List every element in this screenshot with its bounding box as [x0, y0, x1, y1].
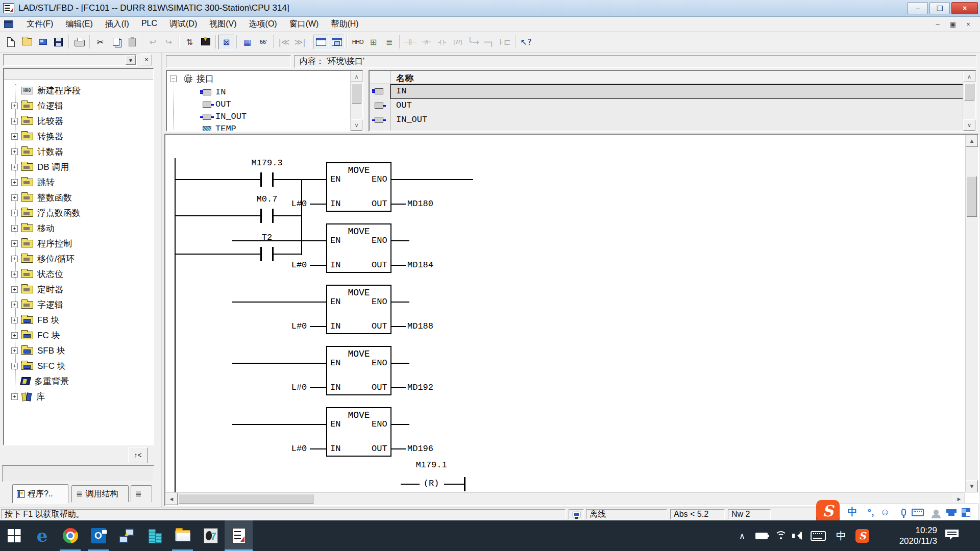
sidebar-tab[interactable]: ≣调用结构	[71, 485, 129, 502]
tree-item[interactable]: +FC 块	[11, 329, 60, 341]
expand-icon[interactable]: +	[11, 225, 18, 232]
out-operand[interactable]: MD180	[407, 199, 433, 209]
tree-item[interactable]: +跳转	[11, 176, 55, 188]
taskbar-lad-editor[interactable]	[225, 520, 253, 551]
expand-icon[interactable]: +	[11, 363, 18, 369]
go-online-icon[interactable]: ⇅	[182, 35, 198, 49]
table-scrollbar[interactable]: ∧∨	[963, 71, 975, 131]
out-operand[interactable]: MD184	[407, 260, 433, 270]
expand-icon[interactable]: +	[11, 393, 18, 400]
in-operand[interactable]: L#0	[291, 199, 307, 209]
interface-node[interactable]: OUT	[203, 99, 231, 109]
expand-icon[interactable]: +	[11, 332, 18, 339]
mdi-restore-button[interactable]: ▣	[946, 19, 960, 29]
menu-item[interactable]: 视图(V)	[203, 17, 242, 32]
expand-icon[interactable]: +	[11, 194, 18, 201]
print-icon[interactable]	[71, 35, 87, 49]
scrollbar-thumb[interactable]	[967, 176, 977, 217]
tree-item[interactable]: +转换器	[11, 130, 63, 142]
input-zhong-icon[interactable]: 中	[845, 506, 860, 519]
skin-icon[interactable]	[944, 506, 959, 519]
new-file-icon[interactable]	[3, 35, 19, 49]
expand-icon[interactable]: +	[11, 179, 18, 186]
table-row[interactable]: OUT	[370, 98, 975, 113]
tree-item[interactable]: +定时器	[11, 283, 63, 295]
menu-item[interactable]: 选项(O)	[243, 17, 283, 32]
input-language-indicator[interactable]: 中	[836, 520, 846, 551]
tree-item[interactable]: 多重背景	[11, 375, 69, 387]
expand-icon[interactable]: +	[11, 118, 18, 124]
taskbar-simatic-manager[interactable]	[140, 520, 168, 551]
sidebar-tab[interactable]: ≣	[131, 485, 152, 502]
scroll-down-icon[interactable]: ∨	[351, 119, 362, 131]
symbol-info-icon[interactable]: ▦	[239, 35, 255, 49]
taskbar-step7[interactable]	[197, 520, 225, 551]
mdi-close-button[interactable]: ×	[962, 19, 975, 29]
tree-item[interactable]: +字逻辑	[11, 298, 63, 311]
out-operand[interactable]: MD188	[407, 321, 433, 331]
person-icon[interactable]	[928, 506, 944, 519]
tree-item[interactable]: +移动	[11, 222, 55, 234]
scroll-up-icon[interactable]: ∧	[963, 71, 975, 82]
menu-item[interactable]: 插入(I)	[99, 17, 135, 32]
out-operand[interactable]: MD196	[407, 444, 433, 454]
expand-icon[interactable]: +	[11, 347, 18, 354]
toolbox-grid-icon[interactable]	[958, 506, 973, 519]
cut-icon[interactable]: ✂	[92, 35, 108, 49]
expand-icon[interactable]: +	[11, 286, 18, 293]
tree-item[interactable]: +程序控制	[11, 237, 72, 249]
expand-icon[interactable]: +	[11, 302, 18, 308]
tree-item[interactable]: +位逻辑	[11, 99, 63, 112]
menu-item[interactable]: 文件(F)	[20, 17, 59, 32]
smiley-icon[interactable]: ☺	[877, 506, 893, 519]
interface-node[interactable]: IN_OUT	[203, 112, 247, 121]
expand-icon[interactable]: +	[11, 271, 18, 278]
menu-item[interactable]: 窗口(W)	[283, 17, 325, 32]
tree-item[interactable]: +整数函数	[11, 191, 72, 204]
overview-collapse-button[interactable]: ↑<	[128, 447, 148, 463]
taskbar-chrome[interactable]	[56, 520, 84, 551]
expand-icon[interactable]: +	[11, 103, 18, 109]
help-select-icon[interactable]: ↖?	[518, 35, 534, 49]
tree-item[interactable]: +移位/循环	[11, 253, 75, 265]
out-operand[interactable]: MD192	[407, 383, 433, 392]
tree-item[interactable]: +比较器	[11, 115, 63, 127]
observe-icon[interactable]: 66'	[255, 35, 271, 49]
download-icon[interactable]	[198, 35, 213, 49]
catalog-close-button[interactable]: ×	[141, 54, 152, 65]
in-operand[interactable]: L#0	[291, 444, 307, 454]
keyboard-icon[interactable]	[910, 506, 925, 519]
taskbar-outlook[interactable]: O	[84, 520, 112, 551]
minimize-button[interactable]: –	[908, 2, 928, 14]
scrollbar-thumb[interactable]	[352, 83, 361, 104]
interface-node[interactable]: IN	[203, 87, 226, 97]
sogou-tray-icon[interactable]: S	[855, 520, 869, 551]
tree-item[interactable]: +FB 块	[11, 314, 59, 326]
scroll-down-icon[interactable]: ∨	[963, 119, 975, 131]
tree-item[interactable]: +状态位	[11, 268, 63, 280]
taskbar-file-explorer[interactable]	[168, 520, 197, 551]
chevron-down-icon[interactable]: ▼	[126, 55, 136, 65]
tray-chevron-up-icon[interactable]: ∧	[739, 520, 745, 551]
coil-label[interactable]: M179.1	[415, 460, 447, 470]
volume-icon[interactable]: )	[792, 520, 805, 551]
microphone-icon[interactable]	[896, 506, 911, 519]
menu-item[interactable]: 编辑(E)	[59, 17, 99, 32]
scroll-left-icon[interactable]: ◄	[165, 493, 178, 505]
contact-label[interactable]: M179.3	[251, 158, 282, 168]
scroll-up-icon[interactable]: ∧	[351, 71, 362, 82]
call-structure-icon[interactable]: ≣	[381, 35, 397, 49]
tree-item[interactable]: HHO新建程序段	[11, 84, 81, 96]
scroll-up-icon[interactable]: ▲	[966, 135, 978, 147]
tree-item[interactable]: +SFB 块	[11, 344, 65, 357]
notification-center-icon[interactable]	[945, 530, 959, 540]
tree-item[interactable]: +浮点数函数	[11, 207, 81, 219]
new-network-icon[interactable]: HHO	[350, 35, 365, 49]
mdi-document-icon[interactable]	[4, 20, 13, 28]
menu-item[interactable]: 调试(D)	[163, 17, 203, 32]
expand-icon[interactable]: +	[11, 240, 18, 247]
interface-scrollbar[interactable]: ∧∨	[350, 71, 362, 131]
ladder-canvas[interactable]: M179.3M0.7T2MOVEENENOINOUTL#0MD180MOVEEN…	[165, 135, 965, 492]
tree-item[interactable]: +DB 调用	[11, 161, 69, 173]
contact-label[interactable]: M0.7	[257, 194, 278, 204]
